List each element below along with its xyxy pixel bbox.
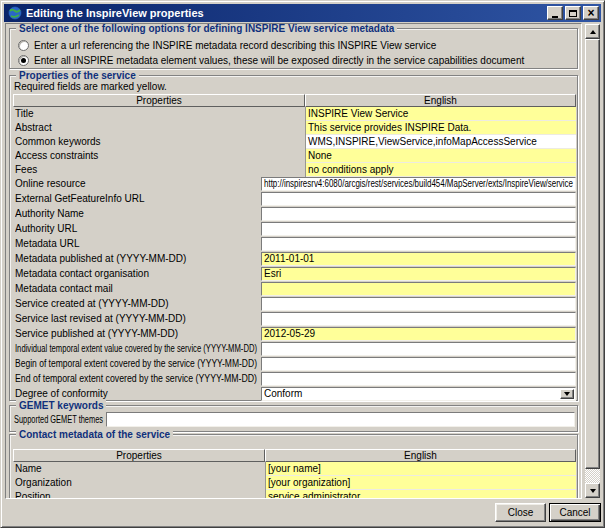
- maximize-button[interactable]: [565, 6, 581, 20]
- property-value-field[interactable]: None: [305, 149, 576, 163]
- minimize-button[interactable]: [547, 6, 563, 20]
- property-row: External GetFeatureInfo URL: [13, 192, 576, 207]
- property-row: Service created at (YYYY-MM-DD): [13, 297, 576, 312]
- property-label: Title: [15, 107, 259, 121]
- property-label: Metadata contact organisation: [15, 267, 259, 281]
- contact-group: Contact metadata of the service Properti…: [9, 434, 578, 499]
- arrow-up-icon: [590, 30, 596, 34]
- column-header-properties: Properties: [13, 449, 265, 462]
- radio-option-label: Enter a url referencing the INSPIRE meta…: [34, 40, 436, 51]
- radio-button-icon[interactable]: [18, 55, 29, 66]
- radio-option-metadata-url[interactable]: Enter a url referencing the INSPIRE meta…: [18, 39, 436, 52]
- property-row: Individual temporal extent value covered…: [13, 342, 576, 357]
- property-value-field[interactable]: http://inspiresrv4:6080/arcgis/rest/serv…: [261, 177, 576, 191]
- property-label: Authority URL: [15, 222, 259, 236]
- close-window-button[interactable]: ×: [583, 6, 599, 20]
- close-icon: ×: [587, 8, 594, 18]
- property-row: Positionservice administrator: [13, 490, 576, 499]
- property-value-field[interactable]: Esri: [261, 267, 576, 281]
- options-group: Select one of the following options for …: [9, 28, 578, 69]
- property-value-field[interactable]: [your organization]: [265, 476, 576, 490]
- property-row: Name[your name]: [13, 462, 576, 476]
- gemet-group: GEMET keywords Supported GEMET themes: [9, 405, 578, 432]
- property-label: Access constraints: [15, 149, 259, 163]
- property-row: Authority URL: [13, 222, 576, 237]
- property-value-field[interactable]: [261, 312, 576, 326]
- close-button[interactable]: Close: [495, 503, 546, 522]
- property-value-field[interactable]: [261, 282, 576, 296]
- property-row: Common keywordsWMS,INSPIRE,ViewService,i…: [13, 135, 576, 149]
- property-value-field[interactable]: [261, 297, 576, 311]
- gemet-group-legend: GEMET keywords: [16, 400, 106, 411]
- property-value-field[interactable]: [your name]: [265, 462, 576, 476]
- scroll-down-button[interactable]: [585, 483, 600, 498]
- titlebar: Editing the InspireView properties ×: [4, 4, 601, 22]
- property-label: Metadata published at (YYYY-MM-DD): [15, 252, 259, 266]
- dialog-window: Editing the InspireView properties × Sel…: [0, 0, 605, 528]
- arrow-down-icon: [590, 489, 596, 493]
- gemet-themes-label: Supported GEMET themes: [14, 412, 105, 427]
- dropdown-button[interactable]: [560, 389, 574, 399]
- property-label: Name: [15, 462, 263, 476]
- scroll-up-button[interactable]: [585, 24, 600, 39]
- property-label: Service published at (YYYY-MM-DD): [15, 327, 259, 341]
- property-row: Service published at (YYYY-MM-DD)2012-05…: [13, 327, 576, 342]
- property-row: Metadata contact mail: [13, 282, 576, 297]
- property-value-dropdown[interactable]: Conform: [261, 387, 576, 401]
- property-label: Position: [15, 490, 263, 499]
- gemet-row: Supported GEMET themes: [14, 412, 575, 427]
- property-row: Organization[your organization]: [13, 476, 576, 490]
- contact-table-header: Properties English: [13, 449, 577, 462]
- property-row: Metadata URL: [13, 237, 576, 252]
- property-label: Authority Name: [15, 207, 259, 221]
- property-label: Common keywords: [15, 135, 259, 149]
- options-group-legend: Select one of the following options for …: [16, 23, 397, 34]
- globe-icon: [8, 6, 22, 20]
- property-label: Organization: [15, 476, 263, 490]
- property-label: Degree of conformity: [15, 387, 259, 401]
- property-value-field[interactable]: 2011-01-01: [261, 252, 576, 266]
- property-value-field[interactable]: INSPIRE View Service: [305, 107, 576, 121]
- radio-option-label: Enter all INSPIRE metadata element value…: [34, 55, 524, 66]
- property-label: Fees: [15, 163, 259, 177]
- vertical-scrollbar[interactable]: [585, 24, 600, 498]
- property-value-field[interactable]: service administrator: [265, 490, 576, 499]
- property-value-field[interactable]: This service provides INSPIRE Data.: [305, 121, 576, 135]
- property-row: Online resourcehttp://inspiresrv4:6080/a…: [13, 177, 576, 192]
- property-value-field[interactable]: [261, 342, 576, 356]
- property-value-field[interactable]: [261, 237, 576, 251]
- properties-table: TitleINSPIRE View ServiceAbstractThis se…: [13, 107, 576, 402]
- properties-group: Properties of the service Required field…: [9, 75, 578, 401]
- property-label: Metadata URL: [15, 237, 259, 251]
- property-label: Service created at (YYYY-MM-DD): [15, 297, 259, 311]
- property-value-field[interactable]: 2012-05-29: [261, 327, 576, 341]
- window-title: Editing the InspireView properties: [26, 7, 545, 19]
- property-value-field[interactable]: [261, 372, 576, 386]
- scrollbar-thumb[interactable]: [585, 39, 600, 469]
- property-label: Individual temporal extent value covered…: [15, 342, 259, 356]
- property-label: External GetFeatureInfo URL: [15, 192, 259, 206]
- property-row: Authority Name: [13, 207, 576, 222]
- property-value-field[interactable]: no conditions apply: [305, 163, 576, 177]
- property-row: Feesno conditions apply: [13, 163, 576, 177]
- contact-table: Name[your name]Organization[your organiz…: [13, 462, 576, 499]
- property-label: End of temporal extent covered by the se…: [15, 372, 259, 386]
- content-panel: Select one of the following options for …: [5, 23, 582, 499]
- contact-group-legend: Contact metadata of the service: [16, 429, 173, 440]
- radio-button-icon[interactable]: [18, 40, 29, 51]
- property-row: Metadata published at (YYYY-MM-DD)2011-0…: [13, 252, 576, 267]
- property-value-field[interactable]: [261, 222, 576, 236]
- property-value-field[interactable]: [261, 357, 576, 371]
- cancel-button[interactable]: Cancel: [549, 503, 601, 522]
- property-label: Begin of temporal extent covered by the …: [15, 357, 259, 371]
- maximize-icon: [569, 10, 577, 17]
- property-row: AbstractThis service provides INSPIRE Da…: [13, 121, 576, 135]
- gemet-themes-input[interactable]: [106, 412, 575, 427]
- property-row: End of temporal extent covered by the se…: [13, 372, 576, 387]
- chevron-down-icon: [564, 392, 570, 396]
- column-header-english: English: [265, 449, 576, 462]
- radio-option-inline-metadata[interactable]: Enter all INSPIRE metadata element value…: [18, 54, 524, 67]
- property-value-field[interactable]: [261, 192, 576, 206]
- property-value-field[interactable]: WMS,INSPIRE,ViewService,infoMapAccessSer…: [305, 135, 576, 149]
- property-value-field[interactable]: [261, 207, 576, 221]
